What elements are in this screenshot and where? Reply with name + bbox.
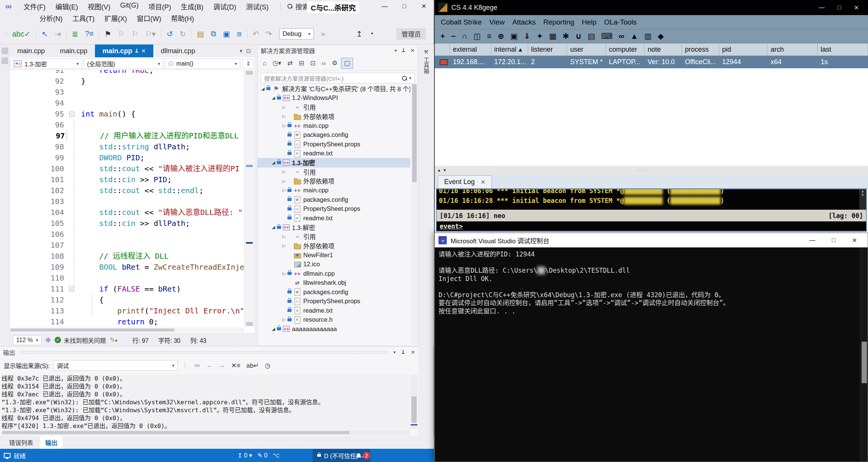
menu-item[interactable]: Git(G) xyxy=(115,0,144,12)
sessions-table-icon[interactable]: ≡ xyxy=(484,32,494,41)
code-line[interactable]: 106 xyxy=(10,229,244,240)
chevron-down-icon[interactable]: ▾ xyxy=(394,48,397,53)
beacon-table-row[interactable]: 192.168....172.20.1...2SYSTEM *LAPTOP...… xyxy=(435,56,868,68)
script-console-icon[interactable]: ⌨ xyxy=(599,32,615,41)
cs-column-header[interactable]: note xyxy=(645,43,682,56)
code-line[interactable]: 100 std::cout << "请输入被注入进程的PI xyxy=(10,163,244,174)
tree-item[interactable]: NewFilter1 xyxy=(258,250,410,260)
minimize-button[interactable]: — xyxy=(819,4,825,11)
pin-icon[interactable] xyxy=(402,350,405,355)
cs-menu-item[interactable]: Reporting xyxy=(539,18,578,26)
panel-tab[interactable]: 错误列表 xyxy=(4,436,38,449)
configuration-dropdown[interactable]: Debug▾ xyxy=(279,28,314,40)
tree-item[interactable]: ▷外部依赖项 xyxy=(258,241,410,251)
save-all-icon[interactable]: ⧈ xyxy=(234,28,245,40)
close-icon[interactable]: ✕ xyxy=(141,48,146,54)
new-connection-icon[interactable]: + xyxy=(438,32,448,41)
properties-icon[interactable]: ⊡ xyxy=(307,58,318,68)
symbol-dropdown[interactable]: ⬡ main() ▾ xyxy=(165,58,240,69)
code-line[interactable]: 98 std::string dllPath; xyxy=(10,141,244,152)
expander-expanded-icon[interactable]: ◢ xyxy=(270,160,277,165)
expander-collapsed-icon[interactable]: ▷ xyxy=(281,179,287,184)
expander-collapsed-icon[interactable]: ▷ xyxy=(281,317,287,322)
code-line[interactable]: 105 std::cin >> dllPath; xyxy=(10,218,244,229)
cs-column-header[interactable]: listener xyxy=(528,43,567,56)
event-log-input[interactable]: event> xyxy=(437,221,866,231)
cs-column-header[interactable]: process xyxy=(682,43,719,56)
screenshots-icon[interactable]: ▦ xyxy=(546,32,559,41)
minimize-button[interactable]: — xyxy=(809,237,815,244)
word-wrap-icon[interactable]: ab↵ xyxy=(244,362,261,370)
expander-expanded-icon[interactable]: ◢ xyxy=(260,86,266,91)
code-line[interactable]: 101 std::cin >> PID; xyxy=(10,174,244,185)
code-health-indicator[interactable]: ✓ 未找到相关问题 xyxy=(55,336,106,345)
solution-search-box[interactable]: 搜索解决方案资源管理器(Ctrl+;) ▾ xyxy=(261,73,415,83)
save-icon[interactable]: ▣ xyxy=(220,28,234,40)
doc-tab[interactable]: main.cpp xyxy=(52,45,95,57)
show-all-files-icon[interactable]: ▢ xyxy=(341,58,353,69)
about-icon[interactable]: ◆ xyxy=(655,32,666,41)
menu-item[interactable]: 工具(T) xyxy=(67,12,99,24)
output-source-dropdown[interactable]: 调试 ▾ xyxy=(53,360,178,371)
history-icon[interactable]: ◷ xyxy=(263,362,273,370)
expander-collapsed-icon[interactable]: ▷ xyxy=(281,188,287,193)
menu-item[interactable]: 分析(N) xyxy=(35,12,67,24)
code-line[interactable]: 111− if (FALSE == bRet) xyxy=(10,284,244,295)
messages-icon[interactable]: ≔ xyxy=(192,362,203,370)
tree-item[interactable]: ≡readme.txt xyxy=(258,213,410,223)
tree-item[interactable]: ⚙packages.config xyxy=(258,287,410,297)
java-attack-icon[interactable]: ∪ xyxy=(573,32,584,41)
menu-item[interactable]: 编辑(E) xyxy=(50,0,83,12)
code-line[interactable]: 94 xyxy=(10,98,244,109)
cs-splitter[interactable]: ▲▼ ⸪⸪⸪ xyxy=(435,166,868,174)
pin-icon[interactable] xyxy=(402,48,405,53)
code-line[interactable]: 99 DWORD PID; xyxy=(10,152,244,163)
chevron-down-icon[interactable]: ▾ xyxy=(393,350,396,355)
project-dropdown[interactable]: ++ 1.3-加密 ▾ xyxy=(11,58,82,69)
code-line[interactable]: 92} xyxy=(10,76,244,87)
maximize-button[interactable]: □ xyxy=(832,237,836,244)
tree-item[interactable]: ▷++dllmain.cpp xyxy=(258,269,410,278)
panel-splitter[interactable] xyxy=(255,45,257,346)
close-connection-icon[interactable]: − xyxy=(448,32,458,41)
menu-item[interactable]: 文件(F) xyxy=(18,0,50,12)
switch-views-icon[interactable]: ⌂ xyxy=(260,58,269,68)
pivot-graph-icon[interactable]: ◫ xyxy=(471,32,484,41)
navigate-forward-icon[interactable]: ↻ xyxy=(176,28,189,40)
code-line[interactable]: 112 { xyxy=(10,295,244,305)
tree-item[interactable]: ◇PropertySheet.props xyxy=(258,297,410,306)
scope-dropdown[interactable]: (全局范围) ▾ xyxy=(84,58,164,69)
close-icon[interactable]: ✕ xyxy=(411,349,415,355)
credentials-icon[interactable]: ▣ xyxy=(507,32,520,41)
expander-expanded-icon[interactable]: ◢ xyxy=(270,95,277,100)
code-cleanup-icon[interactable]: ✎▾ xyxy=(110,336,117,344)
tab-list-icon[interactable]: ▾ xyxy=(240,48,243,54)
zoom-dropdown[interactable]: 112 % ▾ xyxy=(13,335,41,345)
expander-expanded-icon[interactable]: ◢ xyxy=(270,327,277,332)
toolbox-collapsed-tab[interactable]: ⚒ 工具箱 xyxy=(422,49,430,74)
toolbar-overflow-icon[interactable]: » xyxy=(318,28,329,40)
new-file-icon[interactable]: ▤ xyxy=(194,28,208,40)
tree-item[interactable]: ▷▫▫引用 xyxy=(258,167,410,177)
upload-icon[interactable]: ▲ xyxy=(628,32,641,41)
menu-item[interactable]: 帮助(H) xyxy=(166,12,199,24)
web-log-icon[interactable]: ▤ xyxy=(585,32,598,41)
output-console[interactable]: 线程 0x3e7c 已退出，返回值为 0 (0x0)。线程 0x3154 已退出… xyxy=(2,375,410,429)
output-scrollbar[interactable] xyxy=(411,375,417,429)
debug-console-body[interactable]: 请输入被注入进程的PID: 12944请输入恶意DLL路径: C:\Users\… xyxy=(435,247,868,462)
listeners-icon[interactable]: ∩ xyxy=(459,32,470,41)
targets-icon[interactable]: ⊕ xyxy=(495,32,507,41)
link-icon[interactable]: ∞ xyxy=(616,32,627,41)
debug-console-scrollbar[interactable] xyxy=(860,247,868,462)
cs-column-header[interactable]: external xyxy=(450,43,491,56)
expander-collapsed-icon[interactable]: ▷ xyxy=(281,105,287,110)
scroll-arrow-down[interactable] xyxy=(246,322,253,326)
prev-message-icon[interactable]: ← xyxy=(204,362,215,370)
expander-collapsed-icon[interactable]: ▷ xyxy=(281,114,287,119)
code-line[interactable]: 107 xyxy=(10,240,244,251)
tree-item[interactable]: ≡readme.txt xyxy=(258,306,410,315)
tab-options-icon[interactable]: ⊡ xyxy=(246,48,251,54)
bookmark-clear-icon[interactable]: ⚐▾ xyxy=(142,28,159,40)
expander-collapsed-icon[interactable]: ▷ xyxy=(281,123,287,128)
menu-item[interactable]: 项目(P) xyxy=(144,0,176,12)
